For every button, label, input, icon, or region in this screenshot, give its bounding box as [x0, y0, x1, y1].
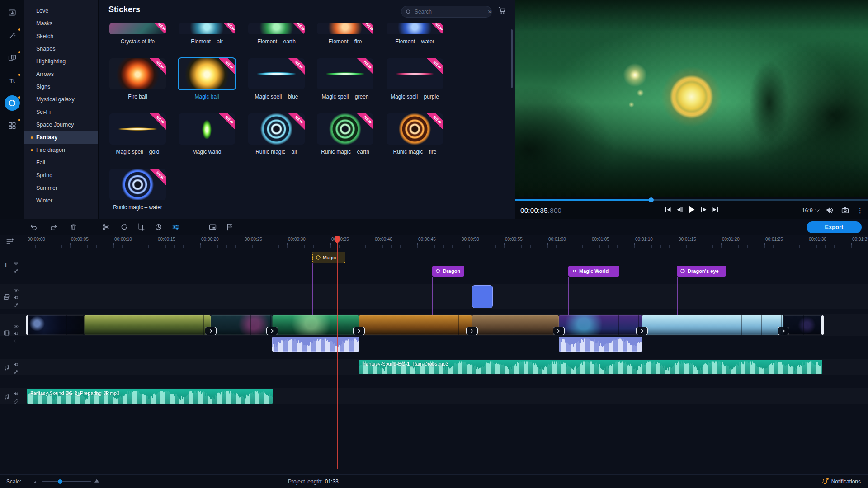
sticker-tile[interactable]: NEW [109, 113, 166, 145]
snapshot-camera-icon[interactable] [841, 206, 849, 214]
category-item[interactable]: Mystical galaxy [24, 93, 98, 106]
clip-properties-button[interactable] [172, 223, 180, 231]
video-clip[interactable] [559, 315, 642, 335]
search-box[interactable]: × [401, 6, 492, 18]
overlay-clip[interactable] [472, 285, 493, 308]
search-input[interactable] [415, 9, 485, 15]
category-item[interactable]: Shapes [24, 42, 98, 55]
transition-badge[interactable] [778, 327, 789, 335]
category-item[interactable]: Sci-Fi [24, 106, 98, 118]
clip-edge-handle[interactable] [821, 315, 824, 335]
crop-button[interactable] [137, 223, 145, 231]
sidebar-item-import[interactable] [0, 5, 24, 21]
sticker-tile[interactable]: NEW [179, 23, 235, 34]
sticker-tile[interactable]: NEW [179, 113, 235, 145]
zoom-out-icon[interactable] [34, 481, 37, 483]
category-item[interactable]: Winter [24, 194, 98, 207]
audio-clip[interactable]: Fantasy-Sound-BG-1_Rain Drops.mp3 [359, 360, 822, 374]
sidebar-item-transitions[interactable] [0, 50, 24, 66]
category-item[interactable]: Masks [24, 17, 98, 30]
video-clip[interactable] [27, 315, 84, 335]
marker-button[interactable] [226, 223, 234, 231]
sticker-tile[interactable]: NEW [317, 58, 373, 89]
clip-edge-handle[interactable] [26, 315, 28, 335]
sticker-tile[interactable]: NEW [109, 23, 166, 34]
undo-button[interactable] [30, 223, 38, 231]
sidebar-item-more-tools[interactable] [0, 117, 24, 134]
export-button[interactable]: Export [807, 221, 862, 233]
seek-handle[interactable] [649, 197, 654, 202]
title-clip[interactable]: Dragon's eye [677, 266, 726, 277]
clear-search-icon[interactable]: × [488, 9, 491, 15]
play-button[interactable] [689, 206, 694, 213]
playhead-handle[interactable] [335, 236, 340, 241]
split-button[interactable] [102, 223, 110, 231]
rotate-button[interactable] [120, 223, 128, 231]
title-clip[interactable]: Magic World [568, 266, 619, 277]
video-clip[interactable] [472, 315, 559, 335]
linked-audio-clip[interactable] [559, 337, 642, 352]
skip-end-button[interactable] [712, 206, 718, 213]
zoom-in-icon[interactable] [94, 479, 99, 483]
sticker-tile[interactable]: NEW [317, 113, 373, 145]
category-item[interactable]: Fire dragon [24, 144, 98, 156]
transition-badge[interactable] [553, 327, 565, 335]
sticker-tile[interactable]: NEW [387, 113, 443, 145]
track-menu-icon[interactable] [6, 237, 15, 246]
transition-badge[interactable] [353, 327, 365, 335]
audio-clip[interactable]: Fantasy-Sound-BG-2_Preparing-JP.mp3 [27, 389, 273, 404]
playhead-line[interactable] [337, 243, 338, 469]
category-item[interactable]: Arrows [24, 68, 98, 80]
category-item[interactable]: Highlighting [24, 55, 98, 68]
title-track-link-icon[interactable] [14, 268, 19, 273]
sidebar-item-titles[interactable] [0, 72, 24, 89]
more-options-icon[interactable]: ⋮ [857, 207, 863, 214]
linked-audio-clip[interactable] [272, 337, 359, 352]
sticker-tile[interactable]: NEW [248, 23, 305, 34]
video-track-arrow-icon[interactable] [14, 338, 19, 343]
sticker-tile[interactable]: NEW [109, 58, 166, 89]
seek-bar[interactable] [515, 199, 868, 201]
duration-button[interactable] [155, 223, 163, 231]
sticker-tile[interactable]: NEW [248, 113, 305, 145]
category-item[interactable]: Fall [24, 156, 98, 169]
sticker-tile[interactable]: NEW [179, 58, 235, 89]
sticker-tile[interactable]: NEW [387, 58, 443, 89]
sidebar-item-stickers[interactable] [0, 95, 24, 111]
transition-badge[interactable] [466, 327, 478, 335]
category-item[interactable]: Love [24, 5, 98, 17]
store-cart-icon[interactable] [498, 6, 507, 15]
transition-badge[interactable] [266, 327, 278, 335]
transition-badge[interactable] [636, 327, 648, 335]
sticker-tile[interactable]: NEW [109, 169, 166, 200]
title-clip[interactable]: Dragon [432, 266, 464, 277]
video-clip[interactable] [783, 315, 822, 335]
sticker-tile[interactable]: NEW [248, 58, 305, 89]
aspect-ratio-dropdown[interactable]: 16:9 [802, 207, 818, 214]
category-item[interactable]: Sketch [24, 30, 98, 42]
volume-icon[interactable] [826, 206, 834, 214]
stickers-scrollbar[interactable] [511, 29, 513, 88]
frame-forward-button[interactable] [701, 206, 706, 213]
video-clip[interactable] [272, 315, 359, 335]
sticker-tile[interactable]: NEW [317, 23, 373, 34]
scale-slider[interactable] [42, 481, 91, 482]
category-item[interactable]: Summer [24, 182, 98, 194]
video-clip[interactable] [359, 315, 472, 335]
redo-button[interactable] [50, 223, 58, 231]
category-item[interactable]: Fantasy [24, 131, 98, 144]
transition-badge[interactable] [205, 327, 217, 335]
title-track-visibility-icon[interactable] [14, 261, 19, 266]
skip-start-button[interactable] [665, 206, 670, 213]
video-clip[interactable] [84, 315, 211, 335]
frame-back-button[interactable] [677, 206, 682, 213]
delete-button[interactable] [70, 223, 78, 231]
category-item[interactable]: Space Journey [24, 118, 98, 131]
notifications-button[interactable]: Notifications [821, 478, 861, 485]
sidebar-item-filters[interactable] [0, 27, 24, 43]
category-item[interactable]: Spring [24, 169, 98, 182]
sticker-tile[interactable]: NEW [387, 23, 443, 34]
overlay-button[interactable] [209, 223, 217, 231]
category-item[interactable]: Signs [24, 80, 98, 93]
selected-sticker-clip[interactable]: Magic [312, 252, 345, 263]
